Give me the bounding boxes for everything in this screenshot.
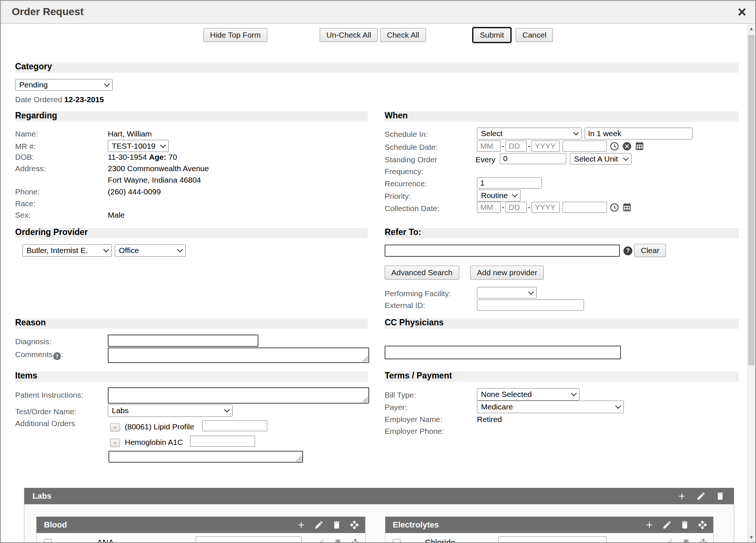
payer-select[interactable]: Medicare: [477, 401, 624, 413]
ordering-provider-header: Ordering Provider: [15, 227, 88, 237]
delete-icon[interactable]: [680, 520, 690, 530]
scroll-down-icon[interactable]: ▼: [748, 533, 755, 542]
add-icon[interactable]: [296, 520, 306, 530]
test-order-name-label: Test/Order Name:: [15, 407, 76, 416]
scrollbar-thumb[interactable]: [748, 35, 755, 365]
lab-item-input[interactable]: [196, 536, 302, 543]
additional-orders-label: Additional Orders: [15, 419, 75, 428]
collection-date-yyyy-input[interactable]: [532, 202, 560, 213]
calendar-icon[interactable]: [622, 203, 632, 212]
category-select[interactable]: Pending: [15, 79, 113, 91]
clear-date-icon[interactable]: [622, 141, 632, 151]
edit-icon[interactable]: [314, 520, 324, 530]
clear-button[interactable]: Clear: [634, 244, 666, 257]
priority-label: Priority:: [385, 192, 411, 201]
schedule-in-text-input[interactable]: [585, 128, 693, 139]
refer-to-header: Refer To:: [385, 227, 421, 237]
delete-icon[interactable]: [715, 491, 725, 501]
delete-icon[interactable]: [681, 538, 691, 543]
reason-section-bar: Reason: [15, 318, 368, 329]
order-item-input[interactable]: [190, 436, 255, 447]
remove-order-button[interactable]: -: [110, 439, 120, 447]
phone-value: (260) 444-0099: [108, 187, 161, 196]
edit-icon[interactable]: [664, 538, 673, 543]
advanced-search-button[interactable]: Advanced Search: [385, 266, 459, 280]
recurrence-input[interactable]: [477, 177, 542, 189]
scroll-up-icon[interactable]: ▲: [748, 24, 755, 34]
refer-to-search-input[interactable]: [385, 245, 620, 257]
check-all-button[interactable]: Check All: [380, 28, 426, 42]
clock-icon[interactable]: [609, 141, 619, 151]
delete-icon[interactable]: [333, 538, 343, 543]
help-icon[interactable]: ?: [623, 246, 632, 255]
cancel-button[interactable]: Cancel: [516, 28, 553, 42]
when-header: When: [385, 111, 408, 121]
lab-item-input[interactable]: [498, 536, 607, 543]
move-icon[interactable]: [351, 538, 360, 543]
schedule-date-yyyy-input[interactable]: [532, 141, 560, 152]
collection-date-dd-input[interactable]: [505, 202, 527, 213]
resize-grip[interactable]: [362, 397, 368, 402]
add-icon[interactable]: [677, 491, 687, 501]
address-line2: Fort Wayne, Indiana 46804: [108, 176, 201, 184]
help-icon[interactable]: ?: [53, 352, 61, 360]
move-icon[interactable]: [350, 520, 359, 530]
additional-orders-textarea[interactable]: [109, 451, 303, 463]
edit-icon[interactable]: [696, 491, 706, 501]
diagnosis-input[interactable]: [108, 335, 258, 347]
table-row: ANA: [37, 533, 365, 543]
mr-select[interactable]: TEST-10019: [108, 140, 169, 152]
every-input[interactable]: [500, 153, 566, 164]
collection-date-time-input[interactable]: [563, 202, 607, 213]
schedule-date-mm-input[interactable]: [477, 141, 501, 152]
labs-panel-title: Labs: [32, 491, 677, 501]
unit-select[interactable]: Select A Unit: [570, 153, 632, 165]
dialog-titlebar: Order Request ×: [1, 1, 755, 24]
calendar-icon[interactable]: [635, 141, 645, 151]
schedule-date-dd-input[interactable]: [505, 141, 527, 152]
remove-order-button[interactable]: -: [110, 423, 120, 432]
schedule-in-select[interactable]: Select: [477, 128, 582, 139]
move-icon[interactable]: [699, 538, 708, 543]
priority-select[interactable]: Routine: [477, 190, 520, 201]
vertical-scrollbar[interactable]: ▲ ▼: [747, 24, 755, 542]
cc-physicians-input[interactable]: [385, 346, 621, 359]
close-icon[interactable]: ×: [734, 2, 750, 21]
order-item-input[interactable]: [202, 420, 267, 431]
provider-location-select[interactable]: Office: [115, 244, 186, 257]
ordering-provider-select[interactable]: Butler, Internist E.: [23, 244, 112, 257]
lab-item-checkbox[interactable]: [44, 539, 52, 543]
clock-icon[interactable]: [609, 203, 619, 212]
employer-phone-label: Employer Phone:: [385, 427, 444, 436]
add-icon[interactable]: [645, 520, 654, 530]
comments-textarea[interactable]: [108, 347, 369, 363]
patient-instructions-textarea[interactable]: [108, 387, 369, 404]
cc-physicians-header: CC Physicians: [385, 318, 444, 328]
resize-grip[interactable]: [362, 356, 368, 362]
edit-icon[interactable]: [662, 520, 672, 530]
standing-order-label: Standing Order: [385, 155, 437, 164]
chevron-down-icon: [528, 289, 534, 295]
category-section-bar: Category: [15, 62, 739, 73]
schedule-date-time-input[interactable]: [563, 141, 607, 152]
bill-type-select[interactable]: None Selected: [477, 388, 580, 401]
performing-facility-select[interactable]: [477, 287, 537, 298]
chevron-down-icon: [571, 391, 577, 397]
order-item-name: Hemoglobin A1C: [125, 438, 183, 447]
resize-grip[interactable]: [296, 456, 302, 461]
move-icon[interactable]: [698, 520, 707, 530]
lab-item-checkbox[interactable]: [393, 539, 401, 543]
external-id-input[interactable]: [477, 300, 584, 311]
hide-top-form-button[interactable]: Hide Top Form: [203, 28, 267, 42]
add-new-provider-button[interactable]: Add new provider: [470, 266, 544, 280]
delete-icon[interactable]: [332, 520, 341, 530]
bill-type-label: Bill Type:: [385, 391, 416, 400]
submit-button[interactable]: Submit: [473, 28, 511, 42]
test-order-select[interactable]: Labs: [108, 404, 233, 417]
edit-icon[interactable]: [316, 538, 325, 543]
uncheck-all-button[interactable]: Un-Check All: [320, 28, 378, 42]
age-label: Age:: [149, 153, 166, 161]
collection-date-mm-input[interactable]: [477, 202, 501, 213]
comments-label: Comments?:: [15, 350, 63, 360]
employer-name-label: Employer Name:: [385, 415, 442, 424]
